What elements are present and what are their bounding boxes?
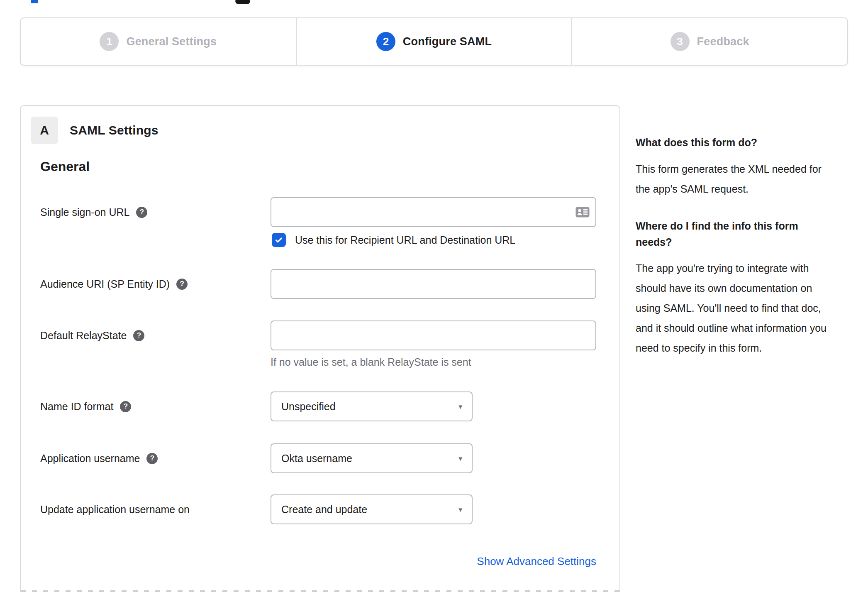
sso-url-input[interactable] [271,197,596,227]
show-advanced-settings-link[interactable]: Show Advanced Settings [477,555,596,568]
use-recipient-url-checkbox[interactable] [272,233,286,247]
help-icon[interactable]: ? [133,330,144,341]
general-section-heading: General [40,159,90,174]
audience-uri-row: Audience URI (SP Entity ID) ? [40,269,611,299]
step-number-badge: 1 [100,32,119,51]
update-username-select[interactable]: Create and update ▼ [271,494,473,524]
chevron-down-icon: ▼ [457,455,463,462]
relay-state-label: Default RelayState [40,330,127,342]
relay-state-row: Default RelayState ? If no value is set,… [40,320,611,370]
step-number-badge: 2 [376,32,395,51]
dashed-section-divider [21,590,619,592]
step-label: Feedback [697,35,749,48]
application-username-select[interactable]: Okta username ▼ [271,443,473,473]
audience-uri-input[interactable] [271,269,596,299]
name-id-format-row: Name ID format ? Unspecified ▼ [40,391,611,421]
relay-state-input[interactable] [271,320,596,350]
help-icon[interactable]: ? [176,279,188,290]
chevron-down-icon: ▼ [457,403,463,410]
update-username-row: Update application username on Create an… [40,494,611,524]
application-username-value: Okta username [281,453,352,465]
sso-url-row: Single sign-on URL ? [40,197,611,227]
help-heading-where: Where do I find the info this form needs… [636,218,831,250]
contact-card-icon [575,207,590,218]
application-username-label: Application username [40,453,140,465]
chevron-down-icon: ▼ [457,506,463,513]
step-label: Configure SAML [403,35,492,48]
recipient-url-checkbox-label: Use this for Recipient URL and Destinati… [295,234,515,246]
step-feedback[interactable]: 3 Feedback [572,18,847,65]
step-general-settings[interactable]: 1 General Settings [21,18,297,65]
application-username-row: Application username ? Okta username ▼ [40,443,611,473]
step-number-badge: 3 [671,32,690,51]
saml-settings-title: SAML Settings [70,117,158,144]
cropped-app-logo-fragment [31,0,38,3]
update-username-value: Create and update [281,504,367,516]
advanced-settings-link-row: Show Advanced Settings [271,555,596,568]
setup-wizard-stepper: 1 General Settings 2 Configure SAML 3 Fe… [20,17,848,66]
relay-state-hint: If no value is set, a blank RelayState i… [271,356,471,368]
step-configure-saml[interactable]: 2 Configure SAML [297,18,573,65]
step-label: General Settings [126,35,217,48]
sso-url-label: Single sign-on URL [40,206,129,218]
checkmark-icon [274,235,283,245]
help-icon[interactable]: ? [120,401,131,412]
name-id-format-label: Name ID format [40,401,113,413]
help-heading-what: What does this form do? [636,135,831,151]
name-id-format-value: Unspecified [281,401,336,413]
recipient-url-checkbox-row: Use this for Recipient URL and Destinati… [40,232,611,248]
help-icon[interactable]: ? [146,453,158,464]
name-id-format-select[interactable]: Unspecified ▼ [271,391,473,421]
help-icon[interactable]: ? [136,207,147,218]
cropped-settings-icon-fragment [235,0,250,4]
help-sidebar: What does this form do? This form genera… [636,135,831,377]
saml-settings-card: A SAML Settings General Single sign-on U… [20,105,620,592]
help-body-what: This form generates the XML needed for t… [636,159,831,199]
section-a-badge: A [31,117,58,144]
help-body-where: The app you're trying to integrate with … [636,258,831,358]
update-username-label: Update application username on [40,504,190,516]
audience-uri-label: Audience URI (SP Entity ID) [40,278,170,290]
